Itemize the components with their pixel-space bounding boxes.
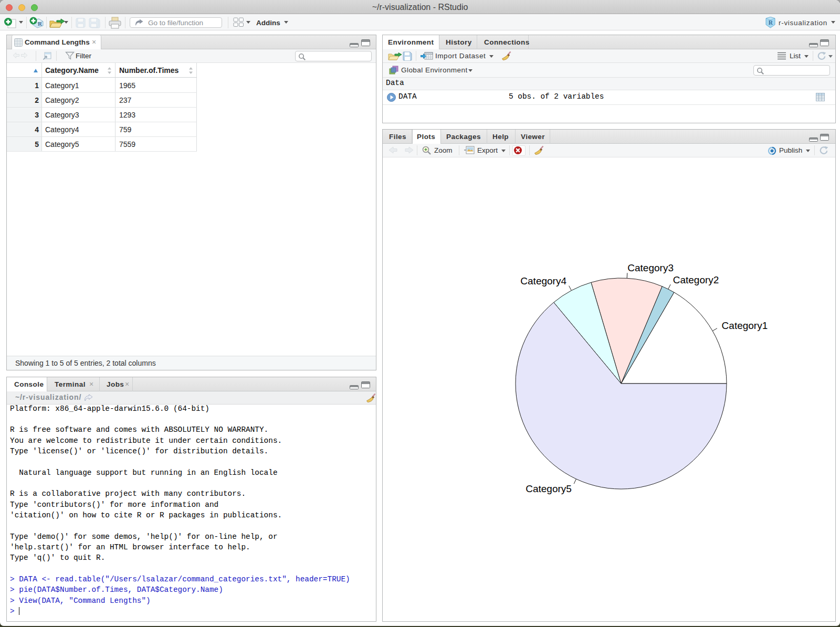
svg-text:Category5: Category5: [526, 483, 572, 494]
svg-text:R: R: [769, 19, 773, 26]
svg-text:Category2: Category2: [673, 274, 719, 285]
svg-text:R: R: [38, 20, 43, 27]
svg-text:Category1: Category1: [722, 320, 768, 331]
svg-text:Category4: Category4: [520, 275, 566, 286]
svg-text:Category3: Category3: [627, 262, 674, 273]
